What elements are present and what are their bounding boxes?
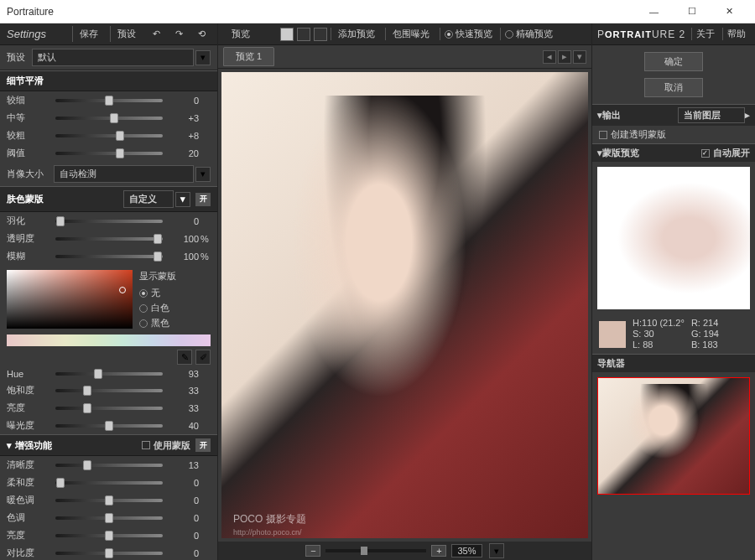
output-title: 输出 [602, 109, 621, 122]
enhance-slider-2[interactable] [55, 499, 163, 502]
skin-mode-dropdown-icon[interactable]: ▾ [175, 192, 190, 207]
zoom-dropdown-icon[interactable]: ▾ [489, 543, 504, 558]
detail-slider-0[interactable] [55, 99, 163, 102]
detail-label-0: 较细 [7, 94, 49, 106]
use-mask-checkbox[interactable]: 使用蒙版 [142, 439, 190, 452]
zoom-value[interactable]: 35% [451, 544, 482, 557]
skin-mask-title: 肤色蒙版 [7, 193, 44, 205]
save-button[interactable]: 保存 [72, 26, 105, 42]
mask-option-white[interactable]: 白色 [139, 302, 176, 314]
precise-preview-radio[interactable]: 精确预览 [500, 28, 557, 40]
window-title: Portraiture [7, 6, 635, 18]
navigator-image[interactable] [597, 377, 750, 495]
color-slider-1[interactable] [55, 389, 163, 392]
skin-slider-2[interactable] [55, 255, 163, 258]
tab-menu-icon[interactable]: ▾ [573, 50, 586, 64]
navigator-title: 导航器 [597, 357, 625, 370]
skin-slider-1[interactable] [55, 237, 163, 241]
skin-label-0: 羽化 [7, 215, 49, 227]
ok-button[interactable]: 确定 [644, 52, 703, 71]
color-label-3: 曝光度 [7, 419, 49, 432]
tab-prev-icon[interactable]: ◂ [543, 50, 556, 64]
skin-slider-0[interactable] [55, 220, 163, 223]
portrait-size-dropdown-icon[interactable]: ▾ [195, 167, 211, 182]
minimize-button[interactable]: — [635, 0, 673, 23]
navigator-header[interactable]: 导航器 [592, 354, 755, 372]
mask-preview-title: 蒙版预览 [602, 147, 639, 159]
enhancements-toggle[interactable]: 开 [195, 438, 211, 452]
create-mask-checkbox[interactable]: 创建透明蒙版 [599, 128, 666, 141]
preset-button[interactable]: 预设 [110, 26, 143, 42]
enhance-value-4: 0 [169, 531, 199, 541]
detail-label-1: 中等 [7, 111, 49, 124]
detail-slider-3[interactable] [55, 152, 163, 155]
detail-label-2: 较粗 [7, 129, 49, 142]
zoom-in-button[interactable]: + [431, 545, 446, 557]
enhance-slider-5[interactable] [55, 552, 163, 555]
enhancements-header[interactable]: ▾ 增强功能 使用蒙版 开 [0, 434, 217, 456]
redo-icon[interactable]: ↷ [170, 27, 188, 41]
color-gradient-picker[interactable] [7, 270, 133, 329]
detail-smoothing-header[interactable]: 细节平滑 [0, 70, 217, 91]
show-mask-label: 显示蒙版 [139, 270, 176, 283]
mask-option-none[interactable]: 无 [139, 287, 176, 299]
sync-icon[interactable]: ⟲ [193, 27, 211, 41]
enhance-slider-4[interactable] [55, 534, 163, 537]
color-slider-3[interactable] [55, 424, 163, 428]
color-slider-0[interactable] [55, 372, 163, 376]
enhance-label-0: 清晰度 [7, 459, 49, 471]
mask-preview-header[interactable]: ▾ 蒙版预览 自动展开 [592, 143, 755, 162]
eyedropper-plus-icon[interactable]: ✐ [195, 350, 211, 365]
mask-option-black[interactable]: 黑色 [139, 317, 176, 329]
portrait-size-select[interactable]: 自动检测 [54, 165, 194, 183]
color-value-3: 40 [169, 421, 199, 431]
add-preview-button[interactable]: 添加预览 [331, 28, 382, 40]
detail-value-0: 0 [169, 96, 199, 106]
watermark-url: http://photo.poco.cn/ [233, 528, 302, 537]
close-button[interactable]: ✕ [711, 0, 748, 23]
settings-panel: Settings 保存 预设 ↶ ↷ ⟲ 预设 默认 ▾ 细节平滑 较细 0 中… [0, 23, 218, 560]
cancel-button[interactable]: 取消 [644, 78, 703, 97]
tab-next-icon[interactable]: ▸ [558, 50, 571, 64]
zoom-slider[interactable] [325, 549, 426, 552]
detail-slider-1[interactable] [55, 117, 163, 120]
detail-slider-2[interactable] [55, 134, 163, 137]
color-label-1: 饱和度 [7, 384, 49, 397]
help-link[interactable]: 帮助 [722, 28, 750, 40]
preview-image[interactable]: POCO 摄影专题 http://photo.poco.cn/ [221, 72, 588, 538]
about-link[interactable]: 关于 [691, 28, 719, 40]
skin-value-2: 100 [169, 251, 199, 262]
zoom-out-button[interactable]: − [305, 545, 320, 557]
preset-label: 预设 [7, 51, 32, 64]
color-slider-2[interactable] [55, 407, 163, 410]
fast-preview-radio[interactable]: 快速预览 [440, 28, 497, 40]
output-select[interactable]: 当前图层 [678, 107, 745, 123]
preset-select[interactable]: 默认 [32, 49, 194, 66]
skin-mask-toggle[interactable]: 开 [195, 193, 211, 206]
skin-mask-mode-select[interactable]: 自定义 [123, 190, 174, 208]
enhancements-title: 增强功能 [15, 439, 52, 452]
preview-label: 预览 [225, 28, 257, 40]
enhance-label-2: 暖色调 [7, 494, 49, 506]
color-value-0: 93 [169, 369, 199, 379]
enhance-slider-0[interactable] [55, 464, 163, 467]
output-header[interactable]: ▾ 输出 当前图层 ▸ [592, 104, 755, 126]
color-label-0: Hue [7, 369, 49, 379]
view-single-icon[interactable] [280, 28, 294, 41]
preset-dropdown-icon[interactable]: ▾ [195, 50, 211, 65]
rgb-readout: R: 214 G: 194 B: 183 [691, 318, 719, 350]
preview-tab-1[interactable]: 预览 1 [223, 47, 274, 66]
hue-strip[interactable] [7, 334, 211, 346]
enhance-slider-3[interactable] [55, 516, 163, 520]
output-dropdown-icon[interactable]: ▸ [745, 110, 750, 121]
view-split-v-icon[interactable] [314, 28, 327, 41]
undo-icon[interactable]: ↶ [148, 27, 165, 41]
skin-mask-header[interactable]: 肤色蒙版 自定义 ▾ 开 [0, 186, 217, 212]
auto-expand-checkbox[interactable]: 自动展开 [701, 147, 750, 159]
view-split-h-icon[interactable] [297, 28, 310, 41]
detail-value-3: 20 [169, 148, 199, 158]
maximize-button[interactable]: ☐ [673, 0, 711, 23]
bracketing-button[interactable]: 包围曝光 [385, 28, 436, 40]
eyedropper-icon[interactable]: ✎ [177, 350, 192, 365]
enhance-slider-1[interactable] [55, 481, 163, 485]
